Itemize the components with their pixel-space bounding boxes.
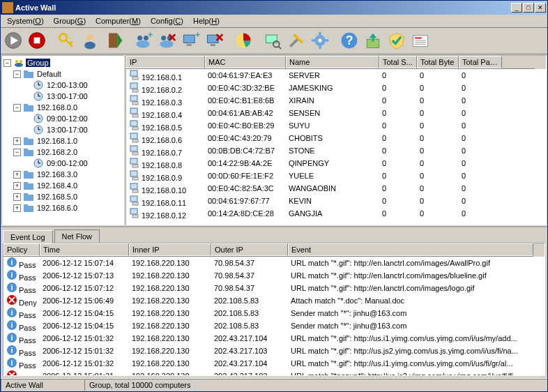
tree-item[interactable]: 192.168.1.0 [36, 137, 79, 145]
log-row[interactable]: iPass2006-12-12 15:04:15192.168.220.1302… [3, 319, 545, 332]
hosts-row[interactable]: 192.168.0.700:0B:DB:C4:72:B7STONE000 [126, 144, 546, 157]
toolbar-find-button[interactable] [261, 30, 284, 52]
toolbar-user-button[interactable] [79, 30, 101, 52]
tree-item[interactable]: 192.168.6.0 [36, 204, 79, 212]
tree-toggle-icon[interactable]: + [13, 182, 21, 190]
tree-toggle-icon[interactable]: − [13, 104, 21, 112]
log-row[interactable]: iPass2006-12-12 15:07:12192.168.220.1307… [3, 282, 545, 294]
menu-group[interactable]: Group(G) [49, 15, 91, 27]
svg-text:i: i [10, 359, 13, 367]
hosts-row[interactable]: 192.168.0.400:04:61:AB:AB:42SENSEN000 [126, 107, 546, 119]
tree-toggle-icon[interactable]: + [13, 204, 21, 212]
hosts-col-header[interactable]: Name [286, 56, 379, 68]
folder-icon [23, 180, 34, 191]
log-row[interactable]: Deny2006-12-12 15:01:31192.168.220.13020… [3, 370, 545, 375]
tree-toggle-icon[interactable]: + [13, 171, 21, 179]
toolbar-pc-del-button[interactable] [203, 30, 225, 52]
deny-icon [6, 294, 17, 306]
clock-icon [33, 113, 44, 124]
hosts-row[interactable]: 192.168.0.1200:14:2A:8D:CE:28GANGJIA000 [126, 207, 546, 220]
info-icon: i [6, 332, 17, 343]
log-row[interactable]: iPass2006-12-12 15:01:32192.168.220.1302… [3, 345, 545, 357]
app-icon [2, 2, 13, 13]
maximize-button[interactable]: □ [523, 3, 534, 13]
svg-rect-76 [24, 171, 28, 173]
hosts-col-header[interactable]: Total Pac... [459, 56, 502, 68]
log-col-header[interactable]: Time [40, 243, 129, 256]
hosts-col-header[interactable]: Total Byte [417, 56, 459, 68]
hosts-row[interactable]: 192.168.0.300:E0:4C:B1:E8:6BXIRAIN000 [126, 94, 546, 107]
status-app: Active Wall [1, 379, 84, 391]
log-list[interactable]: iPass2006-12-12 15:07:14192.168.220.1307… [3, 257, 545, 375]
tree-item[interactable]: 192.168.0.0 [36, 103, 79, 112]
tab-net-flow[interactable]: Net Flow [54, 229, 100, 243]
hosts-row[interactable]: 192.168.0.500:E0:4C:B0:EB:29SUYU000 [126, 119, 546, 132]
info-icon: i [6, 345, 17, 356]
toolbar-help-button[interactable]: ? [338, 30, 360, 52]
log-col-header[interactable]: Event [288, 243, 533, 256]
toolbar-pc-add-button[interactable]: + [179, 30, 201, 52]
menu-system[interactable]: System(O) [2, 15, 49, 27]
tree-toggle-icon[interactable]: − [13, 149, 21, 156]
hosts-row[interactable]: 192.168.0.1000:E0:4C:82:5A:3CWANGAOBIN00… [126, 182, 546, 195]
hosts-row[interactable]: 192.168.0.900:0D:60:FE:1E:F2YUELE000 [126, 169, 546, 182]
log-row[interactable]: iPass2006-12-12 15:04:15192.168.220.1302… [3, 307, 545, 319]
tree-root[interactable]: Group [26, 59, 50, 67]
toolbar-group-add-button[interactable]: + [132, 30, 154, 52]
log-col-header[interactable]: Policy [3, 243, 40, 256]
log-col-header[interactable]: Outer IP [211, 243, 288, 256]
tree-item[interactable]: 13:00-17:00 [45, 126, 89, 134]
hosts-col-header[interactable]: Total S... [379, 56, 417, 68]
menu-help[interactable]: Help(H) [188, 15, 224, 27]
hosts-row[interactable]: 192.168.0.600:E0:4C:43:20:79CHOBITS000 [126, 132, 546, 144]
svg-rect-60 [24, 105, 33, 112]
hosts-row[interactable]: 192.168.0.800:14:22:9B:4A:2EQINPENGY000 [126, 157, 546, 169]
tree-toggle-icon[interactable]: + [13, 193, 21, 201]
tab-event-log[interactable]: Event Log [3, 230, 53, 243]
toolbar-news-button[interactable] [409, 30, 432, 52]
svg-rect-83 [130, 70, 137, 76]
menu-computer[interactable]: Computer(M) [91, 15, 146, 27]
tree-item[interactable]: 192.168.4.0 [36, 181, 79, 190]
tree-toggle-icon[interactable]: − [13, 70, 21, 78]
log-row[interactable]: Deny2006-12-12 15:06:49192.168.220.13020… [3, 294, 545, 307]
tree-toggle-icon[interactable]: − [3, 59, 11, 67]
toolbar-check-button[interactable] [386, 30, 408, 52]
svg-text:+: + [148, 31, 153, 40]
svg-marker-10 [117, 33, 122, 47]
toolbar-group-del-button[interactable] [155, 30, 178, 52]
tree-item[interactable]: 13:00-17:00 [45, 92, 89, 100]
menu-config[interactable]: Config(C) [146, 15, 188, 27]
hosts-list[interactable]: 192.168.0.100:04:61:97:EA:E3SERVER000192… [126, 69, 546, 225]
log-row[interactable]: iPass2006-12-12 15:07:13192.168.220.1307… [3, 269, 545, 282]
tree-item[interactable]: 192.168.5.0 [36, 193, 79, 201]
hosts-col-header[interactable]: MAC [205, 56, 286, 68]
toolbar-door-button[interactable] [102, 30, 125, 52]
toolbar-stop-button[interactable] [26, 30, 48, 52]
hosts-row[interactable]: 192.168.0.200:E0:4C:3D:32:BEJAMESKING000 [126, 82, 546, 94]
tree-item[interactable]: 09:00-12:00 [45, 114, 89, 123]
tree-item[interactable]: 192.168.2.0 [36, 148, 79, 156]
toolbar-gear-button[interactable] [309, 30, 331, 52]
hosts-col-header[interactable]: IP [126, 56, 205, 68]
toolbar-key-button[interactable] [55, 30, 77, 52]
toolbar-pie-button[interactable] [232, 30, 254, 52]
tree-item[interactable]: 09:00-12:00 [45, 159, 89, 167]
close-button[interactable]: ✕ [535, 3, 546, 13]
minimize-button[interactable]: _ [511, 3, 522, 13]
tree-item[interactable]: 192.168.3.0 [36, 170, 79, 179]
group-tree-panel[interactable]: −Group−Default12:00-13:0013:00-17:00−192… [1, 55, 124, 225]
log-row[interactable]: iPass2006-12-12 15:07:14192.168.220.1307… [3, 257, 545, 269]
hosts-row[interactable]: 192.168.0.1100:04:61:97:67:77KEVIN000 [126, 195, 546, 207]
tree-item[interactable]: 12:00-13:00 [45, 81, 89, 89]
log-col-header[interactable]: Inner IP [129, 243, 211, 256]
toolbar-import-button[interactable] [362, 30, 384, 52]
hosts-row[interactable]: 192.168.0.100:04:61:97:EA:E3SERVER000 [126, 69, 546, 82]
tree-item[interactable]: Default [36, 70, 63, 78]
computer-icon [129, 82, 140, 93]
tree-toggle-icon[interactable]: + [13, 137, 21, 145]
toolbar-tools-button[interactable] [285, 30, 307, 52]
log-row[interactable]: iPass2006-12-12 15:01:32192.168.220.1302… [3, 357, 545, 370]
toolbar-play-button[interactable] [2, 30, 24, 52]
log-row[interactable]: iPass2006-12-12 15:01:32192.168.220.1302… [3, 332, 545, 345]
